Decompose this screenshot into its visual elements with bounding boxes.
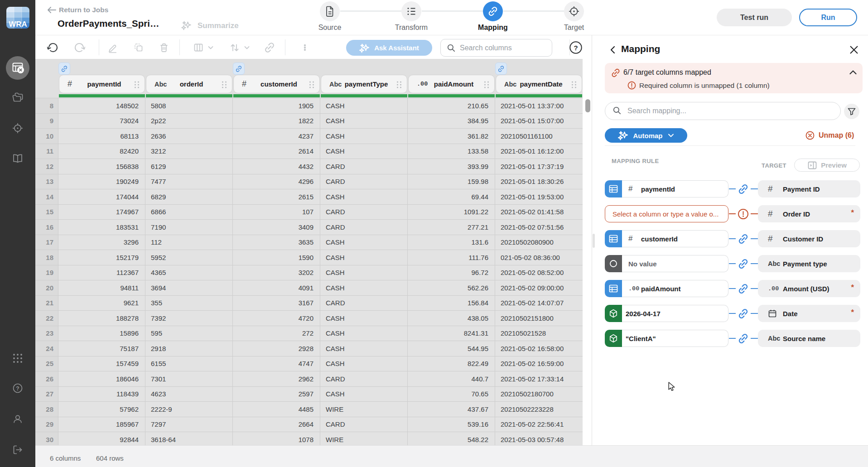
svg-text:?: ? [574,43,578,51]
svg-text:?: ? [16,385,19,392]
svg-text:WRA: WRA [9,20,27,29]
